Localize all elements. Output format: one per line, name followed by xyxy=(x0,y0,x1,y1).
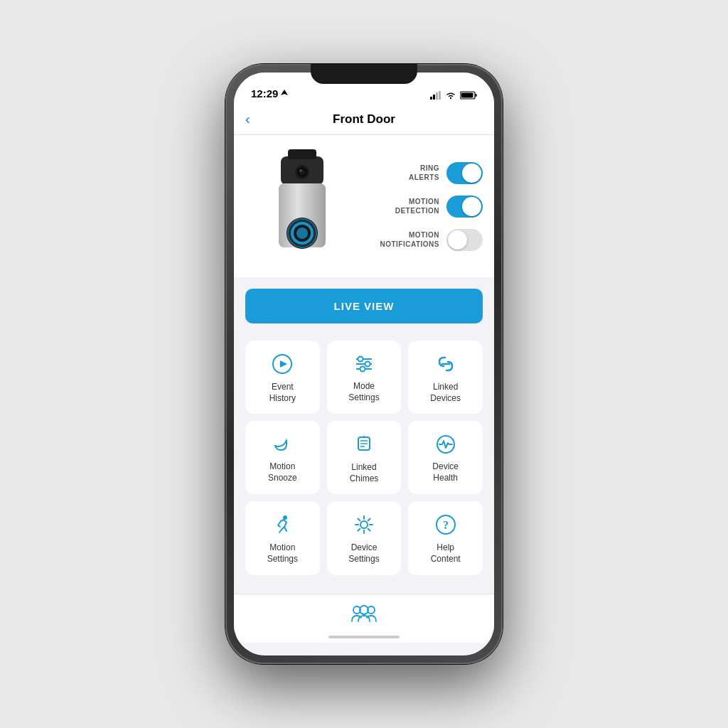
motion-notifications-label: MOTIONNOTIFICATIONS xyxy=(380,230,439,249)
mode-settings-label: ModeSettings xyxy=(348,381,379,403)
chimes-icon xyxy=(354,434,374,455)
grid-item-device-health[interactable]: DeviceHealth xyxy=(408,421,483,494)
event-history-label: EventHistory xyxy=(269,382,296,404)
people-group-icon xyxy=(351,603,377,623)
ring-alerts-toggle[interactable] xyxy=(446,162,483,184)
grid-row-3: MotionSettings DeviceSettings xyxy=(245,501,483,574)
grid-item-help-content[interactable]: ? HelpContent xyxy=(408,501,483,574)
question-circle-icon: ? xyxy=(435,514,456,535)
bottom-tab[interactable] xyxy=(234,594,494,628)
grid-item-mode-settings[interactable]: ModeSettings xyxy=(327,341,402,414)
home-indicator xyxy=(234,628,494,643)
ring-alerts-row: RINGALERTS xyxy=(370,162,483,184)
link-icon xyxy=(435,353,456,375)
live-view-button[interactable]: LIVE VIEW xyxy=(245,289,483,323)
sliders-icon xyxy=(353,354,375,374)
live-view-section: LIVE VIEW xyxy=(234,277,494,335)
motion-detection-row: MOTIONDETECTION xyxy=(370,196,483,218)
motion-detection-knob xyxy=(462,197,481,216)
svg-rect-1 xyxy=(430,97,432,100)
device-image-container xyxy=(245,149,358,263)
svg-rect-3 xyxy=(436,92,438,100)
phone-screen: 12:29 xyxy=(234,73,494,655)
toggles-section: RINGALERTS MOTIONDETECTION M xyxy=(370,162,483,251)
grid-item-linked-devices[interactable]: LinkedDevices xyxy=(408,341,483,414)
home-bar xyxy=(328,636,400,638)
back-button[interactable]: ‹ xyxy=(245,111,250,127)
ring-alerts-label: RINGALERTS xyxy=(409,164,439,182)
location-icon xyxy=(281,90,288,98)
svg-rect-4 xyxy=(439,91,441,100)
device-settings-label: DeviceSettings xyxy=(348,542,379,564)
motion-detection-label: MOTIONDETECTION xyxy=(395,197,439,215)
nav-header: ‹ Front Door xyxy=(234,104,494,135)
status-icons xyxy=(430,91,477,100)
svg-point-21 xyxy=(296,228,308,239)
grid-row-1: EventHistory xyxy=(245,341,483,414)
svg-point-29 xyxy=(358,357,363,362)
svg-point-13 xyxy=(299,170,301,172)
svg-rect-23 xyxy=(288,149,316,159)
device-health-label: DeviceHealth xyxy=(432,461,459,483)
motion-snooze-label: MotionSnooze xyxy=(268,461,297,483)
svg-rect-8 xyxy=(461,93,473,98)
motion-detection-toggle[interactable] xyxy=(446,196,483,218)
svg-point-30 xyxy=(365,362,370,367)
help-content-label: HelpContent xyxy=(431,542,461,564)
grid-item-linked-chimes[interactable]: LinkedChimes xyxy=(327,421,402,494)
notch xyxy=(311,64,417,84)
heartbeat-icon xyxy=(435,434,456,454)
ring-alerts-knob xyxy=(462,164,481,183)
motion-notifications-row: MOTIONNOTIFICATIONS xyxy=(370,229,483,251)
motion-settings-label: MotionSettings xyxy=(267,542,298,564)
play-circle-icon xyxy=(272,353,293,375)
svg-rect-2 xyxy=(433,95,435,100)
doorbell-image xyxy=(263,149,341,263)
time-display: 12:29 xyxy=(251,87,278,100)
svg-point-31 xyxy=(360,367,365,372)
svg-point-40 xyxy=(360,521,368,528)
status-time: 12:29 xyxy=(251,87,288,100)
moon-icon xyxy=(272,434,292,454)
signal-icon xyxy=(430,91,441,100)
battery-icon xyxy=(460,91,477,100)
svg-marker-25 xyxy=(280,360,287,368)
grid-item-motion-snooze[interactable]: MotionSnooze xyxy=(245,421,320,494)
linked-chimes-label: LinkedChimes xyxy=(350,462,379,484)
running-icon xyxy=(272,514,292,535)
gear-icon xyxy=(353,514,375,535)
screen-content[interactable]: RINGALERTS MOTIONDETECTION M xyxy=(234,135,494,655)
device-section: RINGALERTS MOTIONDETECTION M xyxy=(234,135,494,277)
svg-marker-0 xyxy=(281,90,288,95)
page-title: Front Door xyxy=(333,112,395,127)
motion-notifications-knob xyxy=(448,230,467,250)
grid-item-event-history[interactable]: EventHistory xyxy=(245,341,320,414)
grid-section: EventHistory xyxy=(234,335,494,594)
linked-devices-label: LinkedDevices xyxy=(430,382,461,404)
grid-row-2: MotionSnooze LinkedChime xyxy=(245,421,483,494)
wifi-icon xyxy=(445,91,456,100)
svg-point-5 xyxy=(450,97,451,99)
svg-rect-7 xyxy=(476,94,477,97)
svg-text:?: ? xyxy=(443,519,449,531)
grid-item-device-settings[interactable]: DeviceSettings xyxy=(327,501,402,574)
grid-item-motion-settings[interactable]: MotionSettings xyxy=(245,501,320,574)
motion-notifications-toggle[interactable] xyxy=(446,229,483,251)
phone-frame: 12:29 xyxy=(225,64,503,664)
